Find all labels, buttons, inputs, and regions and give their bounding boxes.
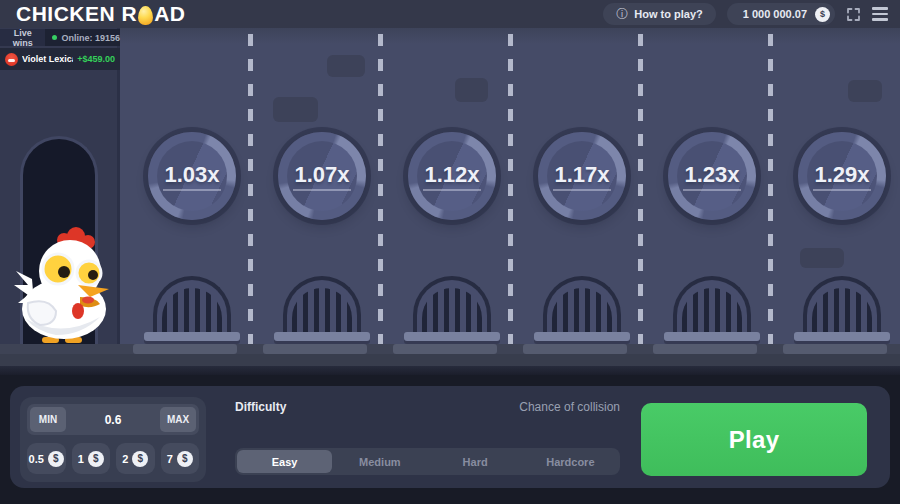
app-logo: CHICKEN RAD xyxy=(16,2,186,26)
chip-0.5-button[interactable]: 0.5 $ xyxy=(27,443,66,474)
currency-coin-icon: $ xyxy=(132,451,148,467)
sewer-ledge xyxy=(534,332,630,341)
bet-controls: MIN 0.6 MAX 0.5 $ 1 $ 2 $ 7 $ xyxy=(20,397,206,482)
menu-icon xyxy=(872,7,888,10)
difficulty-tabs: Easy Medium Hard Hardcore xyxy=(235,448,620,475)
tab-hard[interactable]: Hard xyxy=(428,450,523,473)
chip-value: 2 xyxy=(122,453,128,465)
lane-2: 1.07x xyxy=(250,28,380,344)
lane-6: 1.29x xyxy=(770,28,900,344)
min-bet-button[interactable]: MIN xyxy=(30,407,66,432)
lanes: 1.03x 1.07x 1.12x xyxy=(120,28,900,344)
curb xyxy=(0,344,900,354)
quick-bet-chips: 0.5 $ 1 $ 2 $ 7 $ xyxy=(27,443,199,474)
sewer-ledge xyxy=(664,332,760,341)
tab-hardcore[interactable]: Hardcore xyxy=(523,450,618,473)
multiplier-value: 1.12x xyxy=(423,162,480,191)
bet-value[interactable]: 0.6 xyxy=(70,413,156,427)
control-panel: MIN 0.6 MAX 0.5 $ 1 $ 2 $ 7 $ Difficulty xyxy=(10,386,890,488)
sewer-grate-icon xyxy=(543,276,621,332)
sidewalk-shadow xyxy=(0,366,900,375)
online-dot-icon xyxy=(52,35,57,40)
multiplier-coin: 1.07x xyxy=(278,132,366,220)
tab-easy[interactable]: Easy xyxy=(237,450,332,473)
currency-coin-icon: $ xyxy=(48,451,64,467)
chip-2-button[interactable]: 2 $ xyxy=(116,443,155,474)
lane-5: 1.23x xyxy=(640,28,770,344)
sewer-grate-icon xyxy=(803,276,881,332)
sewer-grate-icon xyxy=(673,276,751,332)
tab-medium[interactable]: Medium xyxy=(332,450,427,473)
live-win-entry: Violet Lexical ... +$459.00 xyxy=(0,48,120,70)
player-name: Violet Lexical ... xyxy=(22,54,73,64)
balance-value: 1 000 000.07 xyxy=(743,8,807,20)
sewer-grate-icon xyxy=(283,276,361,332)
egg-icon xyxy=(138,6,153,25)
online-count: Online: 19156 xyxy=(61,33,120,43)
chicken-character xyxy=(12,227,112,345)
difficulty-label: Difficulty xyxy=(235,400,286,414)
multiplier-coin-face: 1.23x xyxy=(677,141,747,211)
multiplier-value: 1.23x xyxy=(683,162,740,191)
live-wins-tab[interactable]: Live wins xyxy=(0,29,45,46)
multiplier-coin: 1.03x xyxy=(148,132,236,220)
sewer-grate-icon xyxy=(413,276,491,332)
lane-4: 1.17x xyxy=(510,28,640,344)
chip-value: 1 xyxy=(78,453,84,465)
multiplier-coin-face: 1.17x xyxy=(547,141,617,211)
multiplier-coin: 1.12x xyxy=(408,132,496,220)
multiplier-coin-face: 1.12x xyxy=(417,141,487,211)
game-area: 1.03x 1.07x 1.12x xyxy=(0,28,900,375)
sewer-bars xyxy=(552,288,612,332)
balance-display[interactable]: 1 000 000.07 $ xyxy=(727,3,835,25)
how-to-play-button[interactable]: ⓘ How to play? xyxy=(603,3,715,25)
logo-text-left: CHICKEN R xyxy=(16,2,137,26)
sewer-bars xyxy=(682,288,742,332)
info-icon: ⓘ xyxy=(616,6,628,23)
sewer-grate-icon xyxy=(153,276,231,332)
bet-amount-box: MIN 0.6 MAX xyxy=(27,404,199,435)
player-avatar xyxy=(5,53,18,66)
multiplier-coin: 1.17x xyxy=(538,132,626,220)
sewer-ledge xyxy=(794,332,890,341)
win-amount: +$459.00 xyxy=(77,54,115,64)
currency-coin-icon: $ xyxy=(88,451,104,467)
multiplier-value: 1.03x xyxy=(163,162,220,191)
multiplier-coin: 1.29x xyxy=(798,132,886,220)
top-bar: CHICKEN RAD ⓘ How to play? 1 000 000.07 … xyxy=(0,0,900,28)
sewer-bars xyxy=(812,288,872,332)
chip-1-button[interactable]: 1 $ xyxy=(72,443,111,474)
multiplier-value: 1.07x xyxy=(293,162,350,191)
sewer-bars xyxy=(422,288,482,332)
chip-value: 7 xyxy=(167,453,173,465)
multiplier-coin: 1.23x xyxy=(668,132,756,220)
fullscreen-icon xyxy=(846,7,861,22)
currency-coin-icon: $ xyxy=(177,451,193,467)
chip-value: 0.5 xyxy=(29,453,44,465)
live-wins-header: Live wins Online: 19156 xyxy=(0,29,120,46)
topbar-actions: ⓘ How to play? 1 000 000.07 $ xyxy=(603,3,888,25)
multiplier-value: 1.29x xyxy=(813,162,870,191)
sidewalk xyxy=(0,354,900,366)
multiplier-coin-face: 1.29x xyxy=(807,141,877,211)
road: 1.03x 1.07x 1.12x xyxy=(120,28,900,344)
play-button[interactable]: Play xyxy=(641,403,867,476)
chance-of-collision-label: Chance of collision xyxy=(519,400,620,414)
multiplier-coin-face: 1.03x xyxy=(157,141,227,211)
currency-coin-icon: $ xyxy=(815,7,830,22)
fullscreen-button[interactable] xyxy=(846,7,861,22)
lane-1: 1.03x xyxy=(120,28,250,344)
lane-3: 1.12x xyxy=(380,28,510,344)
menu-button[interactable] xyxy=(872,7,888,21)
max-bet-button[interactable]: MAX xyxy=(160,407,196,432)
sewer-ledge xyxy=(144,332,240,341)
difficulty-header: Difficulty Chance of collision xyxy=(235,400,620,414)
sewer-bars xyxy=(162,288,222,332)
how-to-play-label: How to play? xyxy=(634,8,702,20)
chip-7-button[interactable]: 7 $ xyxy=(161,443,200,474)
sewer-ledge xyxy=(274,332,370,341)
multiplier-coin-face: 1.07x xyxy=(287,141,357,211)
sewer-bars xyxy=(292,288,352,332)
sewer-ledge xyxy=(404,332,500,341)
live-wins-widget: Live wins Online: 19156 Violet Lexical .… xyxy=(0,29,120,70)
